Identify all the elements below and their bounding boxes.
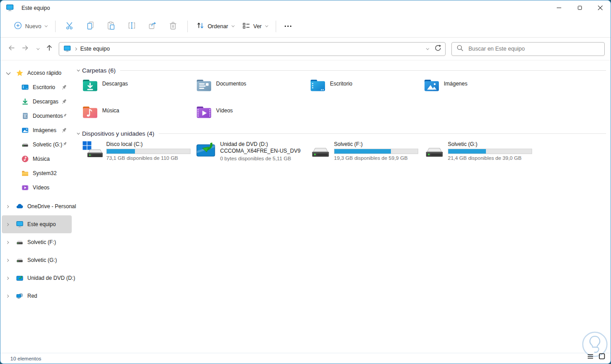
sidebar-item-dvd[interactable]: Unidad de DVD (D:) bbox=[2, 269, 72, 287]
sidebar-item-label: Solvetic (F:) bbox=[27, 239, 56, 245]
back-button[interactable] bbox=[5, 42, 18, 56]
navigation-pane: Acceso rápido Escritorio Descargas Docum… bbox=[0, 60, 73, 353]
breadcrumb: Este equipo bbox=[64, 45, 110, 52]
toolbar-separator bbox=[276, 21, 276, 32]
search-input[interactable] bbox=[468, 46, 600, 52]
share-button[interactable] bbox=[142, 18, 163, 34]
downloads-icon bbox=[22, 98, 29, 105]
this-pc-icon bbox=[6, 4, 14, 12]
folder-name: Descargas bbox=[102, 78, 128, 94]
star-icon bbox=[16, 69, 23, 77]
sidebar-item-escritorio[interactable]: Escritorio bbox=[2, 80, 72, 94]
up-button[interactable] bbox=[43, 42, 56, 56]
chevron-right-icon bbox=[6, 240, 9, 244]
title-bar: Este equipo bbox=[0, 0, 611, 15]
drive-name: Solvetic (G:) bbox=[448, 141, 532, 148]
drive-name: Disco local (C:) bbox=[106, 141, 191, 148]
drive-icon bbox=[424, 141, 445, 159]
cut-button[interactable] bbox=[60, 18, 80, 34]
view-button[interactable]: Ver bbox=[238, 19, 272, 34]
new-button[interactable]: Nuevo bbox=[9, 18, 51, 34]
address-bar[interactable]: Este equipo bbox=[59, 42, 446, 56]
address-dropdown-icon[interactable] bbox=[426, 47, 429, 50]
pin-icon bbox=[62, 141, 67, 148]
folder-tile-descargas[interactable]: Descargas bbox=[82, 78, 191, 94]
sort-button[interactable]: Ordenar bbox=[192, 18, 238, 34]
large-icons-view-button[interactable] bbox=[599, 353, 605, 361]
sidebar-item-documentos[interactable]: Documentos bbox=[2, 109, 72, 123]
drive-tile-c[interactable]: Disco local (C:) 73,1 GB disponibles de … bbox=[82, 141, 195, 161]
maximize-button[interactable] bbox=[569, 0, 590, 15]
sidebar-item-descargas[interactable]: Descargas bbox=[2, 94, 72, 109]
pictures-icon bbox=[22, 127, 29, 134]
dvd-icon bbox=[16, 274, 23, 282]
capacity-bar bbox=[448, 149, 532, 154]
sidebar-item-label: Solvetic (G:) bbox=[27, 257, 57, 263]
paste-button[interactable] bbox=[101, 18, 121, 34]
dvd-drive-icon bbox=[196, 141, 217, 159]
explorer-body: Acceso rápido Escritorio Descargas Docum… bbox=[0, 60, 611, 353]
folder-tile-imagenes[interactable]: Imágenes bbox=[424, 78, 533, 94]
sidebar-item-imagenes[interactable]: Imágenes bbox=[2, 123, 72, 137]
folder-tile-documentos[interactable]: Documentos bbox=[196, 78, 305, 94]
sidebar-item-videos[interactable]: Vídeos bbox=[2, 180, 72, 195]
capacity-bar-fill bbox=[334, 149, 391, 154]
rename-button[interactable] bbox=[121, 18, 142, 34]
item-count: 10 elementos bbox=[10, 356, 41, 361]
pin-icon bbox=[61, 127, 67, 133]
drive-free-space: 73,1 GB disponibles de 110 GB bbox=[106, 155, 191, 161]
folder-name: Música bbox=[102, 105, 119, 121]
drive-free-space: 19,3 GB disponibles de 59,9 GB bbox=[334, 155, 418, 161]
details-view-button[interactable] bbox=[587, 353, 594, 361]
arrow-up-icon bbox=[45, 44, 53, 54]
folders-section-header[interactable]: Carpetas (6) bbox=[77, 66, 606, 75]
network-icon bbox=[16, 292, 23, 300]
system-drive-icon bbox=[82, 141, 104, 159]
copy-button[interactable] bbox=[80, 18, 101, 34]
sidebar-item-solvetic-f-tree[interactable]: Solvetic (F:) bbox=[2, 233, 72, 251]
folder-tile-escritorio[interactable]: Escritorio bbox=[310, 78, 419, 94]
recent-locations-button[interactable] bbox=[32, 42, 43, 56]
drive-tile-g[interactable]: Solvetic (G:) 21,4 GB disponibles de 39,… bbox=[424, 141, 537, 161]
drive-tile-dvd[interactable]: Unidad de DVD (D:) CCCOMA_X64FRE_EN-US_D… bbox=[196, 141, 309, 161]
drive-free-space: 21,4 GB disponibles de 39,0 GB bbox=[448, 155, 532, 161]
items-view: Carpetas (6) Descargas Documentos Escrit… bbox=[73, 60, 611, 353]
pin-icon bbox=[61, 84, 67, 90]
sidebar-item-quick-access[interactable]: Acceso rápido bbox=[2, 66, 72, 80]
capacity-bar-fill bbox=[107, 149, 135, 154]
documents-icon bbox=[22, 112, 29, 120]
sidebar-item-label: Vídeos bbox=[33, 184, 49, 191]
devices-section-header[interactable]: Dispositivos y unidades (4) bbox=[77, 129, 606, 138]
command-bar: Nuevo Ordenar Ver bbox=[0, 15, 611, 38]
toolbar-separator bbox=[55, 21, 56, 32]
status-bar: 10 elementos bbox=[0, 353, 611, 364]
sidebar-item-solvetic-g[interactable]: Solvetic (G:) bbox=[2, 137, 72, 152]
sidebar-item-musica[interactable]: Música bbox=[2, 152, 72, 166]
minimize-icon bbox=[557, 8, 561, 8]
drive-free-space: 0 bytes disponibles de 5,11 GB bbox=[220, 156, 300, 161]
sidebar-item-solvetic-g-tree[interactable]: Solvetic (G:) bbox=[2, 251, 72, 269]
sidebar-item-onedrive[interactable]: OneDrive - Personal bbox=[2, 197, 72, 215]
sidebar-item-label: Acceso rápido bbox=[27, 70, 61, 76]
close-button[interactable] bbox=[590, 0, 611, 15]
forward-button[interactable] bbox=[18, 42, 32, 56]
refresh-button[interactable] bbox=[434, 44, 442, 53]
sidebar-item-system32[interactable]: System32 bbox=[2, 166, 72, 180]
sidebar-item-red[interactable]: Red bbox=[2, 287, 72, 305]
delete-button[interactable] bbox=[163, 18, 183, 34]
chevron-right-icon bbox=[6, 276, 9, 279]
search-box bbox=[451, 42, 605, 56]
sidebar-item-este-equipo[interactable]: Este equipo bbox=[2, 215, 72, 233]
breadcrumb-item[interactable]: Este equipo bbox=[80, 46, 110, 52]
chevron-right-icon bbox=[6, 258, 9, 261]
more-options-button[interactable] bbox=[280, 18, 296, 34]
trash-icon bbox=[169, 21, 178, 32]
chevron-down-icon bbox=[265, 24, 268, 27]
minimize-button[interactable] bbox=[549, 0, 569, 15]
drive-tile-f[interactable]: Solvetic (F:) 19,3 GB disponibles de 59,… bbox=[310, 141, 423, 161]
folder-tile-videos[interactable]: Vídeos bbox=[196, 105, 305, 121]
section-title: Carpetas (6) bbox=[82, 67, 116, 74]
sidebar-item-label: Música bbox=[33, 156, 50, 162]
folder-tile-musica[interactable]: Música bbox=[82, 105, 191, 121]
new-button-label: Nuevo bbox=[25, 23, 41, 30]
